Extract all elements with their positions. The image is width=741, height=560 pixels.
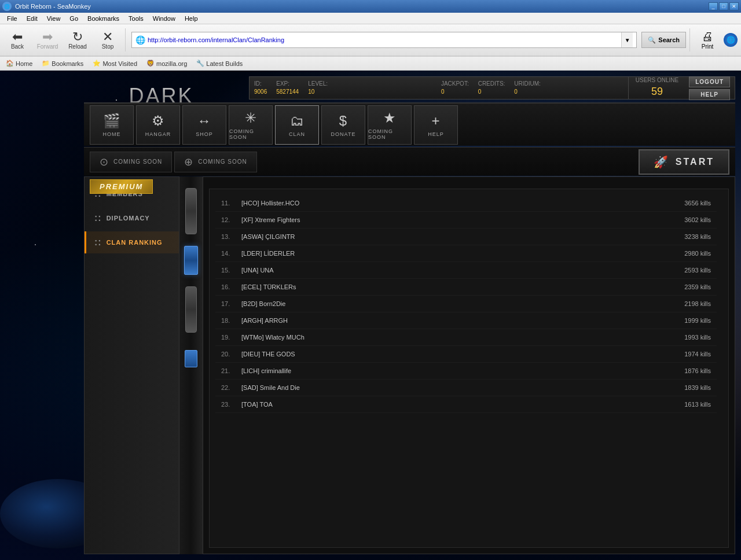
sidebar-item-clan-ranking[interactable]: :: CLAN RANKING <box>85 231 179 253</box>
menu-file[interactable]: File <box>2 14 22 23</box>
bookmark-most-visited[interactable]: ⭐ Most Visited <box>90 58 140 68</box>
help-top-button[interactable]: HELP <box>689 89 730 100</box>
rank-kills-count: 1876 kills <box>684 367 711 374</box>
ranking-list[interactable]: 11.[HCO] Hollister.HCO3656 kills12.[XF] … <box>215 195 717 541</box>
minimize-button[interactable]: _ <box>709 2 718 10</box>
address-input[interactable] <box>148 36 621 43</box>
menu-go[interactable]: Go <box>65 14 83 23</box>
bookmark-bookmarks[interactable]: 📁 Bookmarks <box>39 58 86 68</box>
home-nav-icon: 🎬 <box>103 113 121 129</box>
back-button[interactable]: ⬅ Back <box>3 26 31 54</box>
rank-number: 12. <box>221 216 241 223</box>
reload-icon: ↻ <box>72 31 83 43</box>
main-content-area: DARKORBIT ID: 9006 EXP: 5827144 LEVEL: 1… <box>0 71 741 560</box>
menu-tools[interactable]: Tools <box>124 14 148 23</box>
menu-view[interactable]: View <box>42 14 65 23</box>
logout-button[interactable]: LOGOUT <box>689 76 730 87</box>
rank-number: 11. <box>221 200 241 207</box>
sidebar-item-diplomacy[interactable]: :: DIPLOMACY <box>85 207 179 229</box>
auth-buttons: LOGOUT HELP <box>689 76 730 100</box>
rank-kills-count: 3238 kills <box>684 233 711 240</box>
table-row: 15.[UNA] UNA2593 kills <box>215 262 717 279</box>
forward-icon: ➡ <box>42 31 53 43</box>
clan-nav-icon: 🗂 <box>290 113 305 129</box>
stat-level: LEVEL: 10 <box>308 80 328 96</box>
search-button[interactable]: 🔍 Search <box>641 32 686 48</box>
shop-nav-icon: ↔ <box>197 113 212 129</box>
browser-toolbar: ⬅ Back ➡ Forward ↻ Reload ✕ Stop 🌐 ▼ 🔍 S… <box>0 24 741 57</box>
maximize-button[interactable]: □ <box>719 2 728 10</box>
nav-home[interactable]: 🎬 HOME <box>90 105 134 145</box>
title-bar: 🌐 Orbit Reborn - SeaMonkey _ □ ✕ <box>0 0 741 13</box>
bookmark-mozilla[interactable]: 🦁 mozilla.org <box>144 58 189 68</box>
start-button[interactable]: 🚀 START <box>639 149 729 175</box>
browser-globe-icon: 🌐 <box>724 33 738 47</box>
table-row: 12.[XF] Xtreme Fighters3602 kills <box>215 212 717 229</box>
table-row: 19.[WTMo] Wlatcy MUCh1993 kills <box>215 329 717 346</box>
table-row: 17.[B2D] Born2Die2198 kills <box>215 296 717 312</box>
left-sidebar: :: MEMBERS :: DIPLOMACY :: CLAN RANKING <box>84 176 179 554</box>
rank-kills-count: 1839 kills <box>684 384 711 391</box>
reload-button[interactable]: ↻ Reload <box>64 26 91 54</box>
rank-clan-name: [UNA] UNA <box>241 267 684 274</box>
rank-number: 16. <box>221 283 241 290</box>
star-5 <box>35 244 36 245</box>
secondary-nav-coming-soon-b[interactable]: ⊕ COMING SOON <box>174 152 256 172</box>
rank-kills-count: 2198 kills <box>684 300 711 307</box>
menu-bar: File Edit View Go Bookmarks Tools Window… <box>0 13 741 24</box>
stat-jackpot: JACKPOT: 0 <box>441 80 469 96</box>
coming-soon-1-nav-icon: ✳ <box>245 110 257 126</box>
rank-clan-name: [XF] Xtreme Fighters <box>241 216 684 223</box>
address-bar-container: 🌐 ▼ <box>131 32 637 48</box>
stats-section-mid: JACKPOT: 0 CREDITS: 0 URIDIUM: 0 <box>441 80 622 96</box>
rank-clan-name: [ARGH] ARRGH <box>241 317 684 324</box>
nav-hangar[interactable]: ⚙ HANGAR <box>136 105 180 145</box>
table-row: 21.[LICH] criminallife1876 kills <box>215 363 717 380</box>
address-go-button[interactable]: ▼ <box>621 32 633 47</box>
bookmarks-bookmark-icon: 📁 <box>42 60 50 67</box>
bookmark-latest-builds[interactable]: 🔧 Latest Builds <box>194 58 245 68</box>
menu-window[interactable]: Window <box>148 14 180 23</box>
rank-kills-count: 1999 kills <box>684 317 711 324</box>
close-button[interactable]: ✕ <box>729 2 739 10</box>
rank-clan-name: [TOA] TOA <box>241 401 684 408</box>
menu-edit[interactable]: Edit <box>22 14 42 23</box>
rank-number: 21. <box>221 367 241 374</box>
stop-icon: ✕ <box>102 31 113 43</box>
rank-clan-name: [ECEL] TÜRKLERs <box>241 283 684 290</box>
secondary-nav-coming-soon-a[interactable]: ⊙ COMING SOON <box>90 152 172 172</box>
nav-coming-soon-1[interactable]: ✳ COMING SOON <box>229 105 273 145</box>
bookmark-home[interactable]: 🏠 Home <box>3 58 35 68</box>
help-nav-icon: + <box>431 113 440 129</box>
rank-clan-name: [DIEU] THE GODS <box>241 351 684 358</box>
secondary-nav-bar: ⊙ COMING SOON ⊕ COMING SOON 🚀 START <box>84 147 735 176</box>
nav-donate[interactable]: $ DONATE <box>321 105 365 145</box>
rank-number: 13. <box>221 233 241 240</box>
app-icon: 🌐 <box>2 2 12 11</box>
nav-clan[interactable]: 🗂 CLAN <box>275 105 319 145</box>
table-row: 18.[ARGH] ARRGH1999 kills <box>215 312 717 329</box>
nav-coming-soon-2[interactable]: ★ COMING SOON <box>368 105 412 145</box>
menu-help[interactable]: Help <box>180 14 203 23</box>
stop-button[interactable]: ✕ Stop <box>94 26 122 54</box>
rank-number: 17. <box>221 300 241 307</box>
premium-badge: PREMIUM <box>90 179 153 194</box>
rank-kills-count: 2359 kills <box>684 283 711 290</box>
print-button[interactable]: 🖨 Print <box>694 30 721 50</box>
stat-uridium: URIDIUM: 0 <box>514 80 541 96</box>
stats-section-left: ID: 9006 EXP: 5827144 LEVEL: 10 <box>254 80 435 96</box>
rank-kills-count: 2980 kills <box>684 250 711 257</box>
forward-button[interactable]: ➡ Forward <box>34 26 61 54</box>
nav-help[interactable]: + HELP <box>414 105 458 145</box>
content-panel-inner: 11.[HCO] Hollister.HCO3656 kills12.[XF] … <box>209 189 729 548</box>
stats-bar: ID: 9006 EXP: 5827144 LEVEL: 10 JACKPOT:… <box>249 76 735 100</box>
secondary-icon-b: ⊕ <box>184 156 193 168</box>
toolbar-separator <box>125 28 126 51</box>
table-row: 16.[ECEL] TÜRKLERs2359 kills <box>215 279 717 296</box>
nav-shop[interactable]: ↔ SHOP <box>182 105 226 145</box>
back-icon: ⬅ <box>12 31 23 43</box>
rank-kills-count: 1974 kills <box>684 351 711 358</box>
nav-icons-bar: 🎬 HOME ⚙ HANGAR ↔ SHOP ✳ COMING SOON 🗂 C… <box>84 102 735 146</box>
stat-users-online: USERS ONLINE 59 <box>628 76 678 99</box>
menu-bookmarks[interactable]: Bookmarks <box>83 14 124 23</box>
